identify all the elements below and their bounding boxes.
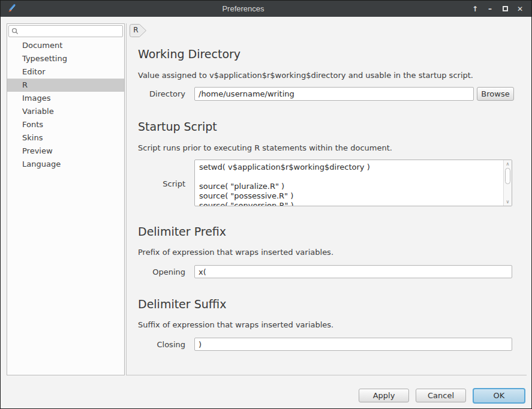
- breadcrumb-label: R: [131, 26, 141, 34]
- titlebar[interactable]: Preferences ↑ – ✕: [1, 1, 531, 17]
- maximize-button[interactable]: [500, 4, 510, 14]
- dialog-content: Document Typesetting Editor R Images Var…: [1, 17, 531, 408]
- category-list: Document Typesetting Editor R Images Var…: [7, 39, 124, 171]
- directory-label: Directory: [127, 89, 185, 98]
- sidebar-item-images[interactable]: Images: [7, 92, 124, 105]
- preferences-dialog: Preferences ↑ – ✕ Document Typesetting E…: [0, 0, 532, 409]
- sidebar-item-variable[interactable]: Variable: [7, 105, 124, 118]
- maximize-icon: [503, 6, 508, 11]
- scrollbar-thumb[interactable]: [505, 168, 510, 184]
- sidebar-item-language[interactable]: Language: [7, 158, 124, 171]
- dialog-buttons: Apply Cancel OK: [359, 387, 525, 404]
- working-directory-description: Value assigned to v$application$r$workin…: [138, 71, 473, 80]
- search-input[interactable]: [21, 27, 120, 35]
- scroll-up-icon[interactable]: ∧: [504, 161, 512, 167]
- opening-label: Opening: [127, 267, 185, 276]
- closing-label: Closing: [127, 340, 185, 349]
- sidebar-item-skins[interactable]: Skins: [7, 131, 124, 145]
- sidebar-item-editor[interactable]: Editor: [7, 65, 124, 79]
- script-scrollbar[interactable]: ∧ ∨: [503, 160, 512, 206]
- breadcrumb: R: [130, 24, 147, 37]
- opening-input[interactable]: [194, 265, 512, 278]
- apply-button[interactable]: Apply: [359, 389, 409, 402]
- browse-button[interactable]: Browse: [477, 87, 514, 101]
- ok-button[interactable]: OK: [473, 388, 525, 404]
- sidebar-search[interactable]: [8, 25, 123, 37]
- delimiter-suffix-heading: Delimiter Suffix: [138, 297, 226, 311]
- scroll-down-icon[interactable]: ∨: [504, 199, 512, 205]
- settings-panel: R Working Directory Value assigned to v$…: [126, 23, 527, 375]
- closing-input[interactable]: [194, 338, 512, 351]
- shade-button[interactable]: ↑: [470, 4, 480, 14]
- shade-icon: ↑: [472, 5, 478, 13]
- cancel-button[interactable]: Cancel: [416, 389, 466, 402]
- delimiter-prefix-description: Prefix of expression that wraps inserted…: [138, 248, 333, 257]
- sidebar-item-preview[interactable]: Preview: [7, 145, 124, 158]
- minimize-button[interactable]: –: [485, 4, 495, 14]
- sidebar-item-r[interactable]: R: [7, 79, 124, 92]
- category-sidebar: Document Typesetting Editor R Images Var…: [7, 23, 125, 375]
- delimiter-suffix-description: Suffix of expression that wraps inserted…: [138, 320, 333, 330]
- startup-script-heading: Startup Script: [138, 120, 217, 133]
- minimize-icon: –: [488, 5, 492, 13]
- sidebar-item-document[interactable]: Document: [7, 39, 124, 52]
- sidebar-item-typesetting[interactable]: Typesetting: [7, 52, 124, 65]
- close-icon: ✕: [517, 5, 523, 13]
- window-title: Preferences: [17, 4, 470, 13]
- close-button[interactable]: ✕: [515, 4, 525, 14]
- startup-script-description: Script runs prior to executing R stateme…: [138, 143, 392, 153]
- script-editor[interactable]: setwd( v$application$r$working$directory…: [194, 160, 512, 206]
- app-pen-icon: [7, 4, 17, 14]
- window-controls: ↑ – ✕: [470, 4, 525, 14]
- script-label: Script: [127, 179, 185, 188]
- sidebar-item-fonts[interactable]: Fonts: [7, 118, 124, 131]
- delimiter-prefix-heading: Delimiter Prefix: [138, 225, 226, 238]
- search-icon: [11, 28, 19, 35]
- script-text[interactable]: setwd( v$application$r$working$directory…: [199, 163, 502, 206]
- directory-input[interactable]: [194, 87, 474, 101]
- working-directory-heading: Working Directory: [138, 47, 241, 61]
